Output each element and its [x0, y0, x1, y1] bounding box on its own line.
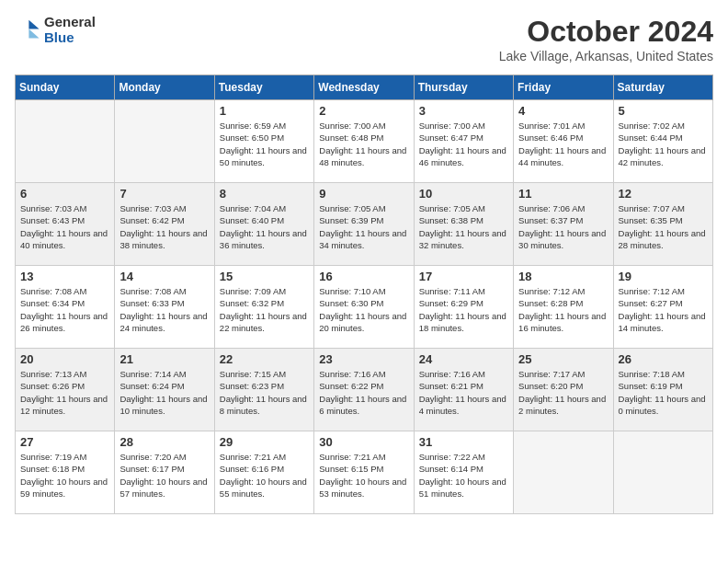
day-info: Sunrise: 7:00 AM Sunset: 6:47 PM Dayligh…	[419, 120, 508, 168]
calendar-cell: 8Sunrise: 7:04 AM Sunset: 6:40 PM Daylig…	[214, 183, 313, 266]
svg-marker-1	[28, 29, 39, 38]
day-info: Sunrise: 7:21 AM Sunset: 6:15 PM Dayligh…	[319, 451, 408, 500]
day-info: Sunrise: 7:04 AM Sunset: 6:40 PM Dayligh…	[220, 202, 309, 251]
day-info: Sunrise: 7:13 AM Sunset: 6:26 PM Dayligh…	[20, 368, 109, 417]
day-info: Sunrise: 7:03 AM Sunset: 6:43 PM Dayligh…	[20, 202, 109, 251]
day-number: 28	[119, 435, 209, 449]
day-number: 7	[119, 187, 209, 201]
day-info: Sunrise: 7:08 AM Sunset: 6:34 PM Dayligh…	[20, 285, 109, 334]
calendar-cell: 22Sunrise: 7:15 AM Sunset: 6:23 PM Dayli…	[214, 349, 313, 431]
day-info: Sunrise: 7:17 AM Sunset: 6:20 PM Dayligh…	[518, 368, 608, 417]
day-info: Sunrise: 7:02 AM Sunset: 6:44 PM Dayligh…	[619, 120, 708, 168]
calendar-cell: 27Sunrise: 7:19 AM Sunset: 6:18 PM Dayli…	[16, 431, 115, 514]
logo-blue-text: Blue	[44, 30, 96, 46]
calendar-cell: 31Sunrise: 7:22 AM Sunset: 6:14 PM Dayli…	[414, 431, 513, 514]
day-info: Sunrise: 7:05 AM Sunset: 6:39 PM Dayligh…	[319, 202, 408, 251]
day-of-week-header: Sunday	[16, 75, 115, 100]
calendar-cell: 14Sunrise: 7:08 AM Sunset: 6:33 PM Dayli…	[115, 266, 214, 349]
day-info: Sunrise: 7:07 AM Sunset: 6:35 PM Dayligh…	[619, 202, 708, 251]
day-number: 21	[119, 352, 209, 366]
day-info: Sunrise: 7:22 AM Sunset: 6:14 PM Dayligh…	[419, 451, 508, 500]
day-of-week-header: Monday	[115, 75, 214, 100]
calendar-cell: 5Sunrise: 7:02 AM Sunset: 6:44 PM Daylig…	[613, 100, 712, 183]
calendar-cell: 10Sunrise: 7:05 AM Sunset: 6:38 PM Dayli…	[414, 183, 513, 266]
logo-icon	[15, 17, 40, 43]
calendar-cell: 13Sunrise: 7:08 AM Sunset: 6:34 PM Dayli…	[16, 266, 115, 349]
day-number: 4	[518, 104, 608, 118]
day-number: 15	[220, 270, 309, 283]
day-number: 9	[319, 187, 408, 201]
day-number: 6	[20, 187, 109, 201]
day-number: 16	[319, 270, 408, 283]
day-info: Sunrise: 7:03 AM Sunset: 6:42 PM Dayligh…	[119, 202, 209, 251]
day-number: 12	[619, 187, 708, 201]
day-info: Sunrise: 7:12 AM Sunset: 6:27 PM Dayligh…	[619, 285, 708, 334]
day-number: 24	[419, 352, 508, 366]
calendar-cell	[514, 431, 613, 514]
day-of-week-header: Tuesday	[214, 75, 313, 100]
calendar-cell: 26Sunrise: 7:18 AM Sunset: 6:19 PM Dayli…	[613, 349, 712, 431]
calendar-header-row: SundayMondayTuesdayWednesdayThursdayFrid…	[16, 75, 713, 100]
day-number: 18	[518, 270, 608, 283]
day-number: 14	[119, 270, 209, 283]
calendar: SundayMondayTuesdayWednesdayThursdayFrid…	[15, 75, 713, 514]
calendar-week-row: 6Sunrise: 7:03 AM Sunset: 6:43 PM Daylig…	[16, 183, 713, 266]
svg-marker-0	[28, 19, 39, 29]
day-info: Sunrise: 7:10 AM Sunset: 6:30 PM Dayligh…	[319, 285, 408, 334]
calendar-cell: 4Sunrise: 7:01 AM Sunset: 6:46 PM Daylig…	[514, 100, 613, 183]
calendar-cell: 28Sunrise: 7:20 AM Sunset: 6:17 PM Dayli…	[115, 431, 214, 514]
day-number: 30	[319, 435, 408, 449]
calendar-week-row: 27Sunrise: 7:19 AM Sunset: 6:18 PM Dayli…	[16, 431, 713, 514]
day-of-week-header: Wednesday	[314, 75, 414, 100]
day-info: Sunrise: 7:00 AM Sunset: 6:48 PM Dayligh…	[319, 120, 408, 168]
calendar-cell: 25Sunrise: 7:17 AM Sunset: 6:20 PM Dayli…	[514, 349, 613, 431]
day-info: Sunrise: 7:16 AM Sunset: 6:21 PM Dayligh…	[419, 368, 508, 417]
title-area: October 2024 Lake Village, Arkansas, Uni…	[499, 15, 713, 63]
calendar-cell: 17Sunrise: 7:11 AM Sunset: 6:29 PM Dayli…	[414, 266, 513, 349]
calendar-cell: 3Sunrise: 7:00 AM Sunset: 6:47 PM Daylig…	[414, 100, 513, 183]
day-info: Sunrise: 7:09 AM Sunset: 6:32 PM Dayligh…	[220, 285, 309, 334]
day-number: 19	[619, 270, 708, 283]
day-number: 5	[619, 104, 708, 118]
day-info: Sunrise: 7:12 AM Sunset: 6:28 PM Dayligh…	[518, 285, 608, 334]
calendar-cell: 30Sunrise: 7:21 AM Sunset: 6:15 PM Dayli…	[314, 431, 414, 514]
day-number: 25	[518, 352, 608, 366]
logo: General Blue	[15, 15, 96, 45]
calendar-cell: 2Sunrise: 7:00 AM Sunset: 6:48 PM Daylig…	[314, 100, 414, 183]
day-number: 23	[319, 352, 408, 366]
day-number: 31	[419, 435, 508, 449]
calendar-cell: 19Sunrise: 7:12 AM Sunset: 6:27 PM Dayli…	[613, 266, 712, 349]
calendar-cell: 1Sunrise: 6:59 AM Sunset: 6:50 PM Daylig…	[214, 100, 313, 183]
calendar-cell: 21Sunrise: 7:14 AM Sunset: 6:24 PM Dayli…	[115, 349, 214, 431]
header: General Blue October 2024 Lake Village, …	[15, 15, 713, 63]
day-info: Sunrise: 7:01 AM Sunset: 6:46 PM Dayligh…	[518, 120, 608, 168]
day-info: Sunrise: 7:21 AM Sunset: 6:16 PM Dayligh…	[220, 451, 309, 500]
day-info: Sunrise: 6:59 AM Sunset: 6:50 PM Dayligh…	[220, 120, 309, 168]
day-info: Sunrise: 7:06 AM Sunset: 6:37 PM Dayligh…	[518, 202, 608, 251]
logo-general-text: General	[44, 15, 96, 30]
day-number: 1	[220, 104, 309, 118]
day-number: 22	[220, 352, 309, 366]
calendar-cell: 12Sunrise: 7:07 AM Sunset: 6:35 PM Dayli…	[613, 183, 712, 266]
day-info: Sunrise: 7:11 AM Sunset: 6:29 PM Dayligh…	[419, 285, 508, 334]
calendar-cell: 11Sunrise: 7:06 AM Sunset: 6:37 PM Dayli…	[514, 183, 613, 266]
day-number: 13	[20, 270, 109, 283]
calendar-cell	[115, 100, 214, 183]
calendar-body: 1Sunrise: 6:59 AM Sunset: 6:50 PM Daylig…	[16, 100, 713, 514]
day-number: 27	[20, 435, 109, 449]
day-info: Sunrise: 7:20 AM Sunset: 6:17 PM Dayligh…	[119, 451, 209, 500]
day-info: Sunrise: 7:16 AM Sunset: 6:22 PM Dayligh…	[319, 368, 408, 417]
calendar-cell: 15Sunrise: 7:09 AM Sunset: 6:32 PM Dayli…	[214, 266, 313, 349]
calendar-cell: 9Sunrise: 7:05 AM Sunset: 6:39 PM Daylig…	[314, 183, 414, 266]
day-number: 26	[619, 352, 708, 366]
day-info: Sunrise: 7:18 AM Sunset: 6:19 PM Dayligh…	[619, 368, 708, 417]
calendar-cell: 7Sunrise: 7:03 AM Sunset: 6:42 PM Daylig…	[115, 183, 214, 266]
day-info: Sunrise: 7:15 AM Sunset: 6:23 PM Dayligh…	[220, 368, 309, 417]
calendar-cell: 6Sunrise: 7:03 AM Sunset: 6:43 PM Daylig…	[16, 183, 115, 266]
location-title: Lake Village, Arkansas, United States	[499, 49, 713, 63]
calendar-cell	[16, 100, 115, 183]
day-of-week-header: Saturday	[613, 75, 712, 100]
calendar-cell: 23Sunrise: 7:16 AM Sunset: 6:22 PM Dayli…	[314, 349, 414, 431]
day-info: Sunrise: 7:19 AM Sunset: 6:18 PM Dayligh…	[20, 451, 109, 500]
day-number: 17	[419, 270, 508, 283]
